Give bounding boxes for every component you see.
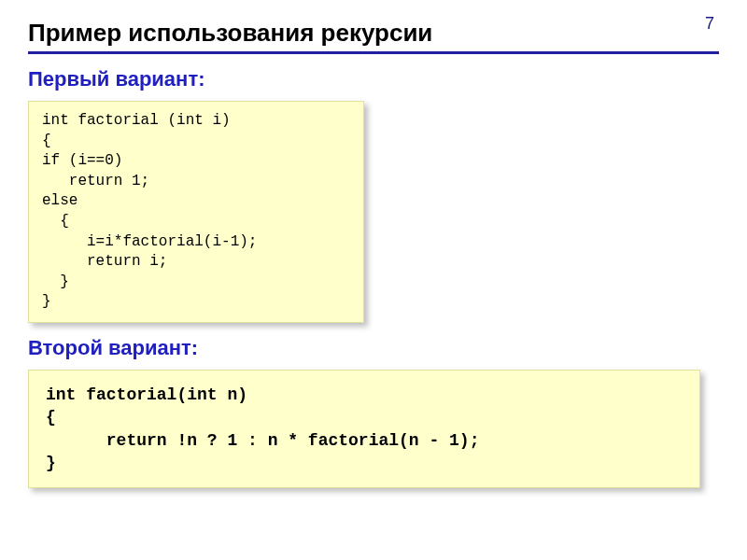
code-block-2: int factorial(int n) { return !n ? 1 : n… xyxy=(28,370,700,488)
section-heading-2: Второй вариант: xyxy=(28,336,719,360)
page-number: 7 xyxy=(705,14,714,34)
code-block-1: int factorial (int i) { if (i==0) return… xyxy=(28,101,364,323)
slide-title: Пример использования рекурсии xyxy=(28,19,719,54)
section-heading-1: Первый вариант: xyxy=(28,67,719,91)
